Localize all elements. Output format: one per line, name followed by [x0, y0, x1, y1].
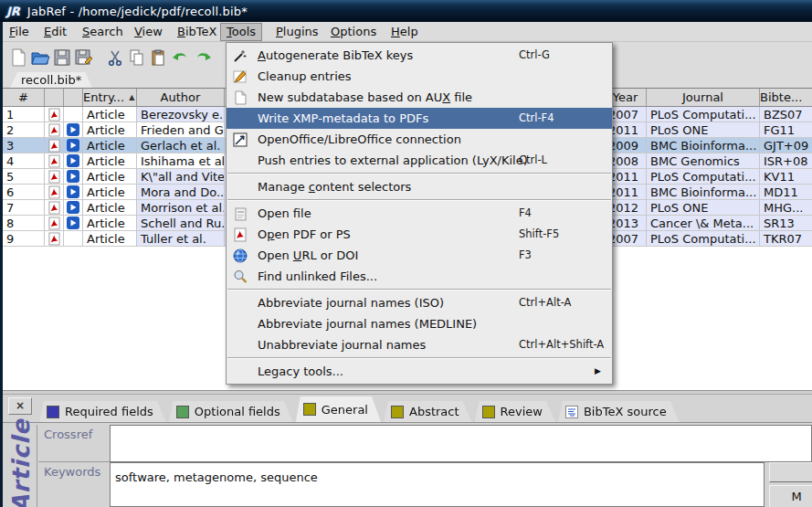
keywords-field[interactable]: software, metagenome, sequence: [110, 462, 765, 507]
menu-item-open-pdf-ps[interactable]: Open PDF or PS Shift-F5: [227, 224, 612, 245]
menu-bibtex[interactable]: BibTeX: [172, 23, 222, 41]
header-number[interactable]: #: [3, 89, 45, 106]
pdf-icon[interactable]: [45, 138, 64, 153]
general-color-square-icon: [303, 403, 316, 416]
crossref-field[interactable]: [110, 425, 812, 462]
menu-separator: [227, 289, 611, 290]
pdf-icon[interactable]: [45, 216, 64, 230]
menu-item-abbreviate-iso[interactable]: Abbreviate journal names (ISO) Ctrl+Alt-…: [227, 292, 612, 313]
review-color-square-icon: [482, 406, 495, 418]
pdf-icon[interactable]: [45, 122, 64, 137]
menu-item-unabbreviate[interactable]: Unabbreviate journal names Ctrl+Alt+Shif…: [227, 334, 612, 355]
header-pdf[interactable]: [45, 89, 64, 106]
new-database-icon[interactable]: [7, 46, 29, 69]
close-editor-button[interactable]: ×: [8, 397, 32, 415]
menu-file[interactable]: File: [4, 23, 35, 41]
menu-item-find-unlinked-files[interactable]: Find unlinked Files...: [227, 266, 612, 287]
menu-item-new-subdatabase-aux[interactable]: New subdatabase based on AUX file: [227, 87, 612, 108]
url-icon[interactable]: [64, 122, 83, 137]
menu-separator: [227, 357, 611, 359]
abstract-color-square-icon: [391, 406, 404, 418]
menubar: File Edit Search View BibTeX Tools Plugi…: [0, 22, 812, 42]
cut-icon[interactable]: [104, 46, 126, 69]
tab-bibtex-source[interactable]: BibTeX source: [558, 401, 680, 422]
tools-menu-popup: Autogenerate BibTeX keys Ctrl-G Cleanup …: [226, 42, 613, 385]
tab-abstract[interactable]: Abstract: [384, 401, 472, 422]
open-file-icon: [232, 206, 248, 222]
url-icon[interactable]: [64, 138, 83, 153]
keywords-side-button[interactable]: [769, 462, 812, 482]
menu-item-open-url-doi[interactable]: Open URL or DOI F3: [227, 245, 612, 266]
entry-editor: × Required fields Optional fields Genera…: [3, 395, 812, 507]
url-icon[interactable]: [64, 153, 83, 168]
menu-edit[interactable]: Edit: [38, 23, 72, 41]
header-entrytype[interactable]: Entry...▲: [83, 89, 137, 106]
search-icon: [232, 269, 248, 285]
menu-plugins[interactable]: Plugins: [270, 23, 324, 41]
paste-icon[interactable]: [148, 46, 170, 69]
pdf-icon[interactable]: [45, 169, 64, 184]
jabref-window: JR JabRef - /home/jedick/pdf/recoll.bib*…: [0, 0, 812, 507]
header-journal[interactable]: Journal: [647, 89, 760, 106]
menu-view[interactable]: View: [129, 23, 168, 41]
window-edge: [0, 22, 3, 507]
required-color-square-icon: [47, 406, 59, 418]
menu-item-autogenerate-bibtex-keys[interactable]: Autogenerate BibTeX keys Ctrl-G: [227, 45, 612, 66]
menu-item-abbreviate-medline[interactable]: Abbreviate journal names (MEDLINE): [227, 313, 612, 334]
menu-item-legacy-tools[interactable]: Legacy tools... ▶: [227, 361, 612, 382]
pdf-icon[interactable]: [45, 200, 64, 215]
pdf-icon[interactable]: [45, 153, 64, 168]
tab-review[interactable]: Review: [475, 401, 555, 422]
divider: [3, 422, 812, 423]
submenu-arrow-icon: ▶: [595, 361, 601, 382]
openoffice-icon: [232, 132, 248, 148]
save-database-icon[interactable]: [51, 46, 73, 69]
pdf-icon[interactable]: [45, 107, 64, 121]
menu-item-push-entries-external[interactable]: Push entries to external application (Ly…: [227, 150, 612, 171]
url-icon[interactable]: [64, 200, 83, 215]
redo-icon[interactable]: [192, 46, 214, 69]
pdf-icon[interactable]: [45, 185, 64, 199]
open-database-icon[interactable]: [29, 46, 51, 69]
url-icon[interactable]: [64, 169, 83, 184]
menu-item-openoffice-connection[interactable]: OpenOffice/LibreOffice connection: [227, 129, 612, 150]
optional-color-square-icon: [176, 406, 189, 418]
menu-item-write-xmp-metadata[interactable]: Write XMP-metadata to PDFs Ctrl-F4: [227, 108, 612, 129]
window-title: JabRef - /home/jedick/pdf/recoll.bib*: [27, 5, 248, 18]
menu-search[interactable]: Search: [77, 23, 129, 41]
keywords-label: Keywords: [38, 462, 111, 507]
menu-separator: [227, 199, 611, 201]
menu-tools[interactable]: Tools: [220, 23, 262, 41]
save-as-icon[interactable]: [73, 46, 95, 69]
sort-ascending-icon: ▲: [129, 93, 134, 101]
tab-general[interactable]: General: [296, 396, 381, 422]
new-document-icon: [232, 90, 248, 106]
menu-help[interactable]: Help: [385, 23, 424, 41]
pdf-icon: [232, 227, 248, 243]
menu-separator: [227, 173, 611, 174]
header-author[interactable]: Author: [137, 89, 225, 106]
menu-item-cleanup-entries[interactable]: Cleanup entries: [227, 66, 612, 87]
broom-icon: [232, 69, 248, 85]
titlebar: JR JabRef - /home/jedick/pdf/recoll.bib*: [0, 0, 812, 22]
url-icon[interactable]: [64, 185, 83, 199]
url-icon[interactable]: [64, 216, 83, 230]
entry-type-label: Article: [5, 425, 37, 507]
copy-icon[interactable]: [126, 46, 148, 69]
tab-required-fields[interactable]: Required fields: [39, 401, 166, 422]
globe-icon: [232, 248, 248, 264]
header-url[interactable]: [64, 89, 83, 106]
undo-icon[interactable]: [170, 46, 192, 69]
source-icon: [565, 406, 578, 418]
menu-item-manage-content-selectors[interactable]: Manage content selectors: [227, 176, 612, 197]
menu-options[interactable]: Options: [325, 23, 382, 41]
crossref-label: Crossref: [38, 425, 111, 462]
file-tab-recoll[interactable]: recoll.bib*: [10, 72, 92, 88]
keywords-manage-button[interactable]: M: [769, 485, 812, 507]
wand-icon: [232, 48, 248, 64]
header-bibtexkey[interactable]: Bibte...: [760, 89, 812, 106]
pdf-icon[interactable]: [45, 231, 64, 246]
jabref-logo-icon: JR: [6, 5, 20, 18]
menu-item-open-file[interactable]: Open file F4: [227, 203, 612, 224]
tab-optional-fields[interactable]: Optional fields: [169, 401, 293, 422]
